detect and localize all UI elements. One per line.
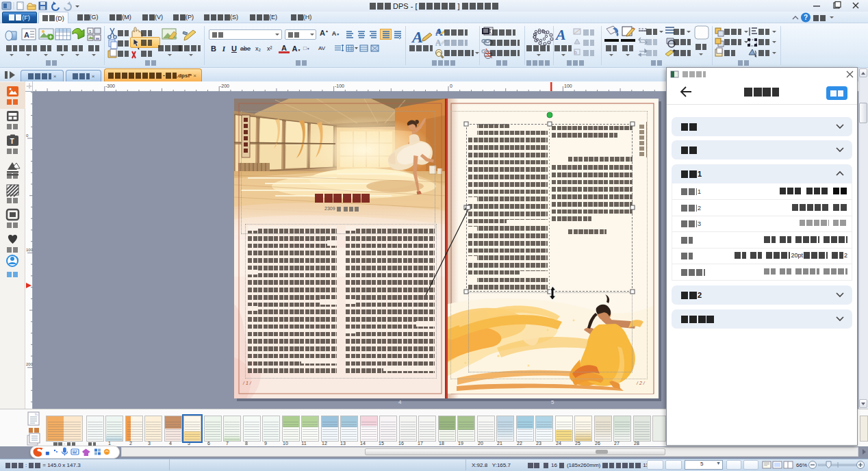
svg-text:A: A	[435, 27, 441, 36]
svg-text:-100: -100	[335, 84, 344, 88]
svg-text:A: A	[411, 28, 423, 46]
svg-text:b: b	[574, 50, 577, 55]
svg-text:T: T	[10, 138, 14, 145]
svg-text:-200: -200	[220, 84, 229, 88]
svg-text:200: 200	[26, 362, 33, 366]
svg-text:-300: -300	[105, 84, 115, 88]
svg-text:100: 100	[26, 248, 33, 252]
svg-text:?: ?	[804, 14, 808, 21]
svg-text:100: 100	[564, 84, 572, 88]
svg-text:A: A	[435, 38, 441, 46]
svg-text:■: ■	[45, 449, 49, 457]
svg-text:0: 0	[450, 84, 452, 88]
svg-text:0: 0	[26, 133, 29, 138]
svg-text:A: A	[24, 31, 29, 39]
